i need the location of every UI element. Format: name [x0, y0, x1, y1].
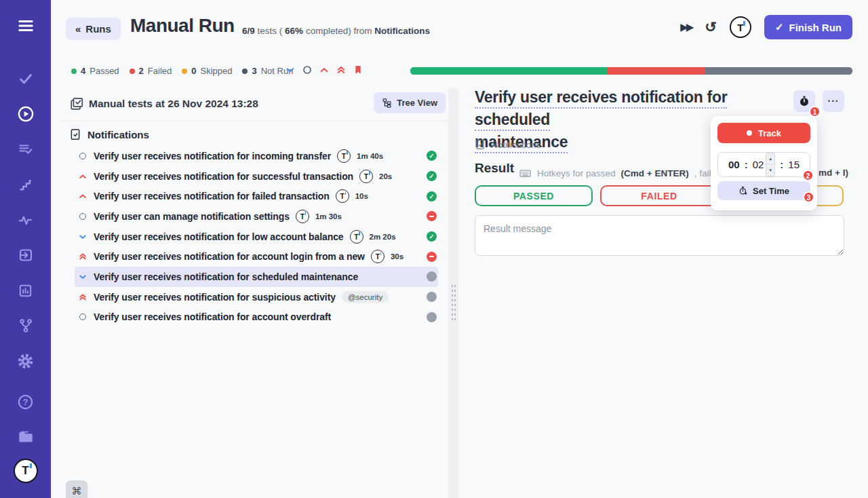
stat-passed: 4Passed: [71, 66, 119, 76]
test-row[interactable]: Verify user receives notification for su…: [75, 166, 438, 187]
breadcrumb[interactable]: Notifications: [475, 139, 541, 150]
test-duration: 10s: [355, 192, 368, 200]
check-icon: ✓: [775, 21, 784, 33]
set-time-button[interactable]: Set Time 3: [717, 181, 810, 200]
priority-high-icon: [77, 191, 87, 201]
tests-count: 6/9: [242, 26, 255, 36]
test-row[interactable]: Verify user receives notification for su…: [75, 287, 438, 307]
back-to-runs-button[interactable]: « Runs: [66, 18, 121, 40]
result-message-input[interactable]: [475, 215, 844, 256]
gear-icon: [17, 353, 34, 370]
sidebar-item-import[interactable]: [12, 242, 39, 269]
testomat-logo[interactable]: T: [730, 16, 751, 38]
sidebar-item-help[interactable]: ?: [12, 388, 39, 415]
priority-high-icon: [77, 172, 87, 181]
reporter-logo-icon: T: [296, 210, 309, 223]
test-row-selected[interactable]: Verify user receives notification for sc…: [75, 267, 438, 287]
sidebar-item-steps[interactable]: [12, 171, 39, 198]
sidebar-item-branches[interactable]: [12, 312, 39, 339]
stat-failed: 2Failed: [130, 66, 172, 76]
passed-button[interactable]: PASSED: [475, 185, 593, 206]
minutes-value[interactable]: 02: [753, 159, 764, 170]
sidebar: ? T: [0, 0, 51, 498]
ellipsis-icon: ···: [828, 96, 840, 107]
seconds-value[interactable]: 15: [788, 159, 800, 170]
divider: [61, 121, 448, 121]
filter-high-priority-icon[interactable]: [319, 64, 330, 75]
stopwatch-gear-icon: [738, 186, 748, 195]
track-button[interactable]: Track: [717, 123, 810, 143]
test-row[interactable]: Verify user receives notification for in…: [75, 146, 438, 166]
bar-chart-icon: [18, 283, 33, 299]
header: « Runs Manual Run 6/9 tests ( 66% comple…: [51, 0, 868, 56]
priority-low-icon: [77, 232, 87, 242]
fast-forward-icon[interactable]: ▶▶: [680, 21, 692, 33]
progress-failed: [607, 67, 705, 75]
sidebar-item-analytics[interactable]: [12, 277, 39, 304]
run-summary-bar: 4Passed 2Failed 0Skipped 3Not Run: [51, 64, 868, 81]
filter-highest-priority-icon[interactable]: [336, 64, 347, 75]
filter-low-priority-icon[interactable]: [285, 64, 296, 75]
finish-run-button[interactable]: ✓ Finish Run: [764, 15, 852, 39]
check-icon: [18, 71, 34, 87]
passed-dot: [71, 69, 77, 74]
step-badge-1: 1: [809, 106, 821, 117]
spinner-down-icon[interactable]: ▼: [766, 165, 774, 176]
tag-security[interactable]: @security: [342, 291, 389, 303]
run-progress-bar: [410, 67, 852, 75]
app-logo[interactable]: T: [14, 459, 38, 483]
run-source: Notifications: [374, 26, 430, 36]
sidebar-item-activity[interactable]: [12, 206, 39, 233]
test-row[interactable]: Verify user receives notification for fa…: [75, 186, 438, 206]
tree-view-button[interactable]: Tree View: [374, 92, 446, 113]
timer-popup: Track 00 : 02 ▲ ▼ : 15 2 Set Time 3: [711, 116, 817, 210]
hotkeys-command-button[interactable]: ⌘: [66, 480, 87, 498]
list-check-icon: [18, 141, 34, 157]
logo-tick: [30, 463, 32, 468]
time-input[interactable]: 00 : 02 ▲ ▼ : 15 2: [717, 152, 810, 177]
sidebar-item-runs[interactable]: [12, 100, 39, 128]
folder-icon: [17, 428, 35, 446]
step-badge-3: 3: [803, 191, 814, 203]
panel-resize-handle[interactable]: [448, 88, 458, 498]
sidebar-item-plans[interactable]: [12, 136, 39, 163]
priority-normal-icon: [77, 213, 87, 220]
status-notrun-icon: [427, 312, 437, 322]
sidebar-item-projects[interactable]: [12, 423, 39, 451]
restart-timer-icon[interactable]: ↺: [705, 19, 717, 35]
test-rows: Verify user receives notification for in…: [61, 146, 448, 327]
hours-value[interactable]: 00: [728, 159, 740, 170]
menu-icon[interactable]: [12, 12, 39, 39]
status-failed-icon: [427, 252, 437, 262]
play-circle-icon: [17, 105, 35, 123]
run-progress-summary: 6/9 tests ( 66% completed) from Notifica…: [242, 26, 430, 36]
status-notrun-icon: [427, 271, 437, 282]
test-row[interactable]: Verify user receives notification for ac…: [75, 246, 438, 267]
skipped-dot: [182, 69, 187, 74]
spinner-up-icon[interactable]: ▲: [766, 153, 774, 165]
test-duration: 30s: [391, 252, 403, 261]
test-duration: 1m 30s: [315, 212, 342, 221]
drag-dots: [451, 284, 456, 323]
tree-view-label: Tree View: [397, 98, 437, 108]
test-row[interactable]: Verify user receives notification for ac…: [75, 307, 438, 328]
test-row[interactable]: Verify user can manage notification sett…: [75, 206, 438, 227]
sidebar-item-tests[interactable]: [12, 65, 39, 92]
test-duration: 20s: [379, 172, 392, 180]
checklist-icon: [69, 96, 84, 111]
priority-normal-icon: [77, 153, 87, 159]
stat-skipped: 0Skipped: [182, 66, 232, 76]
test-row[interactable]: Verify user receives notification for lo…: [75, 227, 438, 247]
sidebar-item-settings[interactable]: [12, 347, 39, 375]
minutes-stepper[interactable]: ▲ ▼: [766, 153, 775, 176]
priority-low-icon: [77, 272, 87, 282]
status-passed-icon: [427, 231, 437, 242]
failed-button[interactable]: FAILED: [600, 185, 718, 206]
more-options-button[interactable]: ···: [823, 90, 844, 112]
keyboard-icon: [519, 167, 532, 180]
filter-normal-priority-icon[interactable]: [302, 64, 313, 75]
suite-notifications[interactable]: Notifications: [69, 126, 149, 142]
status-notrun-icon: [427, 292, 437, 302]
timer-button[interactable]: 1: [793, 90, 815, 112]
bookmark-icon[interactable]: [353, 64, 363, 75]
